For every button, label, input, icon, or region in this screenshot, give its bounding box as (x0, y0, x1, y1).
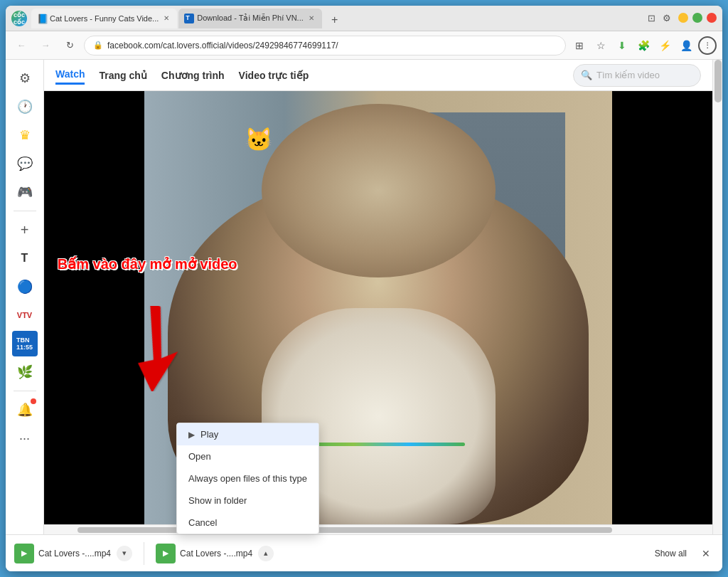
close-download-bar-button[interactable]: ✕ (698, 546, 714, 561)
extensions-icon[interactable]: ⚡ (655, 36, 674, 55)
sidebar-more-icon[interactable]: ··· (12, 425, 38, 451)
tab-facebook[interactable]: 📘 Cat Lovers - Funny Cats Vide... ✕ (31, 9, 177, 28)
tab-close-facebook[interactable]: ✕ (161, 14, 171, 23)
settings-icon[interactable]: ⚙ (663, 13, 671, 23)
facebook-topnav: Watch Trang chủ Chương trình Video trực … (44, 60, 712, 91)
address-input[interactable]: 🔒 facebook.com/cat.lovers.official/video… (84, 36, 566, 55)
extension-icon[interactable]: 🧩 (634, 36, 653, 55)
context-menu-always-open-label: Always open files of this type (188, 473, 307, 484)
screen-icon[interactable]: ⊞ (570, 36, 589, 55)
search-placeholder: Tìm kiếm video (596, 70, 660, 80)
address-bar: ← → ↻ 🔒 facebook.com/cat.lovers.official… (6, 31, 722, 60)
context-menu-item-open[interactable]: Open (177, 445, 318, 467)
vertical-scrollbar[interactable] (712, 60, 722, 534)
download-file-icon-1: ▶ (14, 544, 34, 563)
sidebar-vtv-icon[interactable]: VTV (12, 302, 38, 328)
new-tab-button[interactable]: + (326, 11, 343, 28)
tab-title-facebook: Cat Lovers - Funny Cats Vide... (50, 14, 159, 23)
nav-video-truc-tiep[interactable]: Video trực tiếp (239, 67, 309, 84)
facebook-sidebar: ⚙ 🕐 ♛ 💬 🎮 + T 🔵 VTV TBN11:55 🌿 🔔 ··· (6, 60, 44, 534)
sidebar-games-icon[interactable]: 🎮 (12, 179, 38, 205)
facebook-search[interactable]: 🔍 Tìm kiếm video (573, 64, 701, 87)
download-file-icon-2: ▶ (156, 544, 176, 563)
download-chevron-2[interactable]: ▴ (258, 546, 274, 561)
collar (298, 443, 465, 446)
address-text: facebook.com/cat.lovers.official/videos/… (107, 41, 557, 51)
tab-favicon-download: T (184, 14, 194, 23)
download-chevron-1[interactable]: ▾ (117, 546, 132, 561)
sidebar-divider-1 (14, 211, 36, 211)
download-item-1: ▶ Cat Lovers -....mp4 (14, 544, 111, 563)
sidebar-crown-icon[interactable]: ♛ (12, 122, 38, 148)
video-container[interactable]: 🐱 Bấm vào đây mở mở video (44, 91, 712, 524)
browser-window: cốccốc 📘 Cat Lovers - Funny Cats Vide...… (6, 6, 722, 571)
minimize-button[interactable] (678, 13, 688, 23)
window-controls: ⊡ ⚙ (648, 13, 717, 23)
sidebar-t-icon[interactable]: T (12, 245, 38, 271)
download-separator (144, 542, 144, 565)
refresh-button[interactable]: ↻ (60, 36, 80, 55)
hscroll-thumb (77, 527, 612, 533)
download-bar: ▶ Cat Lovers -....mp4 ▾ ▶ Cat Lovers -..… (6, 534, 722, 571)
back-button[interactable]: ← (11, 36, 31, 55)
context-menu-show-folder-label: Show in folder (188, 495, 247, 506)
context-menu-open-label: Open (188, 451, 211, 462)
horizontal-scrollbar[interactable] (44, 524, 712, 534)
facebook-content: Watch Trang chủ Chương trình Video trực … (44, 60, 712, 534)
black-right (612, 91, 712, 524)
context-menu-item-show-folder[interactable]: Show in folder (177, 489, 318, 512)
sidebar-plus-icon[interactable]: + (12, 217, 38, 243)
download-item-2: ▶ Cat Lovers -....mp4 (156, 544, 252, 563)
sidebar-settings-icon[interactable]: ⚙ (12, 65, 38, 91)
video-background: 🐱 (44, 91, 712, 524)
context-menu-item-cancel[interactable]: Cancel (177, 512, 318, 534)
nav-trang-chu[interactable]: Trang chủ (99, 67, 146, 84)
tab-download[interactable]: T Download - Tải Miễn Phí VN... ✕ (178, 9, 322, 28)
context-menu-item-play[interactable]: ▶ Play (177, 423, 318, 445)
context-menu-cancel-label: Cancel (188, 517, 217, 528)
context-menu: ▶ Play Open Always open files of this ty… (176, 423, 319, 534)
close-button[interactable] (707, 13, 717, 23)
notification-badge (31, 398, 36, 404)
menu-icon[interactable]: ⋮ (698, 36, 717, 55)
lock-icon: 🔒 (93, 41, 103, 50)
tab-close-download[interactable]: ✕ (306, 14, 316, 23)
maximize-button[interactable] (692, 13, 702, 23)
sidebar-circle-icon[interactable]: 🔵 (12, 274, 38, 300)
sidebar-notification-icon[interactable]: 🔔 (12, 397, 38, 423)
forward-button[interactable]: → (36, 36, 55, 55)
show-all-button[interactable]: Show all (655, 549, 687, 559)
nav-chuong-trinh[interactable]: Chương trình (161, 67, 225, 84)
sidebar-tbn-icon[interactable]: TBN11:55 (12, 331, 38, 356)
tabs-area: 📘 Cat Lovers - Funny Cats Vide... ✕ T Do… (31, 9, 648, 28)
scrollbar-thumb (714, 60, 722, 102)
browser-logo: cốccốc (11, 11, 27, 26)
download-green-icon[interactable]: ⬇ (613, 36, 631, 55)
search-icon: 🔍 (581, 70, 592, 80)
toolbar-icons: ⊞ ☆ ⬇ 🧩 ⚡ 👤 ⋮ (570, 36, 717, 55)
small-cat-icon: 🐱 (245, 126, 273, 153)
context-menu-item-always-open[interactable]: Always open files of this type (177, 467, 318, 489)
screen-capture-icon[interactable]: ⊡ (648, 13, 655, 23)
sidebar-history-icon[interactable]: 🕐 (12, 94, 38, 120)
sidebar-messenger-icon[interactable]: 💬 (12, 151, 38, 176)
account-icon[interactable]: 👤 (677, 36, 695, 55)
sidebar-leaf-icon[interactable]: 🌿 (12, 359, 38, 385)
tab-favicon-facebook: 📘 (37, 14, 47, 23)
black-left (44, 91, 144, 524)
title-bar: cốccốc 📘 Cat Lovers - Funny Cats Vide...… (6, 6, 722, 31)
play-icon: ▶ (188, 430, 195, 440)
download-filename-1: Cat Lovers -....mp4 (38, 549, 111, 559)
tab-title-download: Download - Tải Miễn Phí VN... (197, 14, 304, 23)
context-menu-play-label: Play (200, 429, 218, 440)
nav-watch[interactable]: Watch (55, 65, 85, 85)
sidebar-divider-2 (14, 391, 36, 391)
star-icon[interactable]: ☆ (592, 36, 610, 55)
main-content-area: ⚙ 🕐 ♛ 💬 🎮 + T 🔵 VTV TBN11:55 🌿 🔔 ··· Wat… (6, 60, 722, 534)
download-filename-2: Cat Lovers -....mp4 (180, 549, 252, 559)
